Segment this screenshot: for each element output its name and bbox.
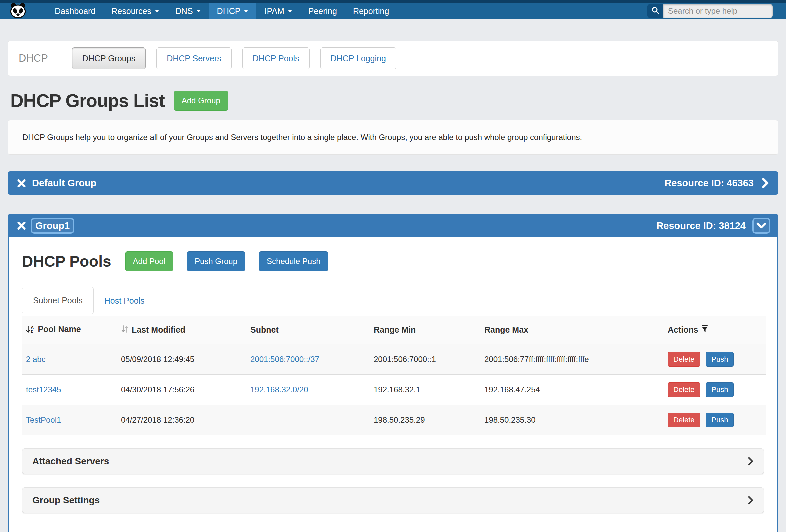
group-bar-default-group[interactable]: Default Group Resource ID: 46363	[8, 171, 778, 195]
dhcp-subnav-card: DHCP DHCP Groups DHCP Servers DHCP Pools…	[8, 41, 778, 76]
delete-button[interactable]: Delete	[668, 352, 700, 367]
nav-item-peering[interactable]: Peering	[300, 3, 345, 19]
tab-dhcp-pools[interactable]: DHCP Pools	[242, 47, 310, 69]
filter-funnel-icon[interactable]	[701, 324, 709, 336]
caret-down-icon	[244, 10, 248, 12]
table-header-row: Az Pool Name	[22, 316, 766, 344]
push-button[interactable]: Push	[706, 352, 734, 367]
group-name-link[interactable]: Group1	[32, 219, 73, 232]
last-modified-cell: 04/27/2018 12:36:20	[121, 415, 194, 424]
range-min-cell: 2001:506:7000::1	[374, 355, 436, 364]
tab-dhcp-groups[interactable]: DHCP Groups	[72, 47, 146, 69]
group-settings-panel[interactable]: Group Settings	[22, 487, 764, 513]
group-section-group1: Group1 Resource ID: 38124 DHCP Pools Add…	[8, 214, 778, 532]
nav-item-dhcp[interactable]: DHCP	[209, 3, 257, 19]
group-name: Default Group	[32, 178, 96, 189]
column-range-max: Range Max	[480, 316, 664, 344]
nav-item-ipam[interactable]: IPAM	[256, 3, 300, 19]
resource-id-label: Resource ID: 38124	[656, 220, 746, 231]
column-subnet: Subnet	[246, 316, 370, 344]
column-last-modified[interactable]: Last Modified	[117, 316, 246, 344]
tab-subnet-pools[interactable]: Subnet Pools	[22, 287, 94, 314]
nav-item-dns[interactable]: DNS	[167, 3, 209, 19]
tab-host-pools[interactable]: Host Pools	[94, 287, 155, 314]
subnet-link[interactable]: 192.168.32.0/20	[250, 385, 308, 394]
range-max-cell: 2001:506:77ff:ffff:ffff:ffff:ffff:fffe	[484, 355, 589, 364]
pool-name-link[interactable]: test12345	[26, 385, 61, 394]
push-button[interactable]: Push	[706, 413, 734, 427]
table-row: TestPool1 04/27/2018 12:36:20 198.50.235…	[22, 405, 766, 435]
column-actions: Actions	[664, 316, 766, 344]
pool-name-link[interactable]: TestPool1	[26, 415, 61, 424]
column-pool-name[interactable]: Az Pool Name	[22, 316, 117, 344]
search-input[interactable]	[663, 4, 773, 18]
page-heading-row: DHCP Groups List Add Group	[10, 90, 778, 111]
pools-heading-row: DHCP Pools Add Pool Push Group Schedule …	[22, 251, 764, 271]
x-icon[interactable]	[17, 179, 26, 188]
main-navbar: Dashboard Resources DNS DHCP IPAM Peerin…	[0, 3, 786, 19]
push-group-button[interactable]: Push Group	[187, 251, 245, 271]
caret-down-icon	[288, 10, 292, 12]
page-title: DHCP Groups List	[10, 90, 165, 111]
description-card: DHCP Groups help you to organize all of …	[8, 120, 778, 155]
sort-alpha-asc-icon[interactable]: Az	[26, 325, 34, 333]
subnet-pools-table: Az Pool Name	[22, 316, 766, 435]
nav-item-resources[interactable]: Resources	[103, 3, 167, 19]
add-pool-button[interactable]: Add Pool	[125, 251, 173, 271]
group-detail-panel: DHCP Pools Add Pool Push Group Schedule …	[8, 237, 778, 532]
section-label: DHCP	[19, 52, 48, 64]
delete-button[interactable]: Delete	[668, 382, 700, 397]
description-text: DHCP Groups help you to organize all of …	[22, 133, 764, 142]
group-bar-group1[interactable]: Group1 Resource ID: 38124	[8, 214, 778, 237]
nav-item-dashboard[interactable]: Dashboard	[47, 3, 103, 19]
pools-heading: DHCP Pools	[22, 252, 111, 270]
last-modified-cell: 05/09/2018 12:49:45	[121, 355, 194, 364]
range-min-cell: 192.168.32.1	[374, 385, 420, 394]
table-row: test12345 04/30/2018 17:56:26 192.168.32…	[22, 375, 766, 405]
push-button[interactable]: Push	[706, 382, 734, 397]
table-row: 2 abc 05/09/2018 12:49:45 2001:506:7000:…	[22, 344, 766, 375]
resource-id-label: Resource ID: 46363	[664, 178, 754, 189]
chevron-right-icon	[748, 457, 754, 466]
search-icon	[651, 6, 660, 16]
add-group-button[interactable]: Add Group	[174, 91, 228, 111]
caret-down-icon	[155, 10, 159, 12]
caret-down-icon	[196, 10, 201, 12]
range-min-cell: 198.50.235.29	[374, 415, 425, 424]
top-stripe	[0, 0, 786, 3]
pool-tabs: Subnet Pools Host Pools	[22, 287, 764, 314]
schedule-push-button[interactable]: Schedule Push	[259, 251, 328, 271]
delete-button[interactable]: Delete	[668, 413, 700, 427]
brand-logo[interactable]	[9, 2, 27, 20]
tab-dhcp-logging[interactable]: DHCP Logging	[320, 47, 396, 69]
panel-label: Attached Servers	[32, 456, 109, 467]
search-button[interactable]	[647, 4, 663, 18]
sort-updown-icon[interactable]	[121, 325, 129, 336]
last-modified-cell: 04/30/2018 17:56:26	[121, 385, 194, 394]
pool-name-link[interactable]: 2 abc	[26, 355, 46, 364]
panel-label: Group Settings	[32, 495, 100, 506]
attached-servers-panel[interactable]: Attached Servers	[22, 448, 764, 474]
range-max-cell: 192.168.47.254	[484, 385, 540, 394]
tab-dhcp-servers[interactable]: DHCP Servers	[156, 47, 231, 69]
range-max-cell: 198.50.235.30	[484, 415, 535, 424]
column-range-min: Range Min	[370, 316, 480, 344]
main-menu: Dashboard Resources DNS DHCP IPAM Peerin…	[47, 3, 397, 19]
x-icon[interactable]	[17, 221, 26, 230]
navbar-search	[647, 4, 773, 18]
chevron-right-icon	[748, 496, 754, 505]
chevron-down-icon[interactable]	[754, 219, 769, 232]
nav-item-reporting[interactable]: Reporting	[345, 3, 397, 19]
subnet-link[interactable]: 2001:506:7000::/37	[250, 355, 319, 364]
chevron-right-icon[interactable]	[762, 178, 769, 188]
panda-icon	[9, 2, 27, 20]
